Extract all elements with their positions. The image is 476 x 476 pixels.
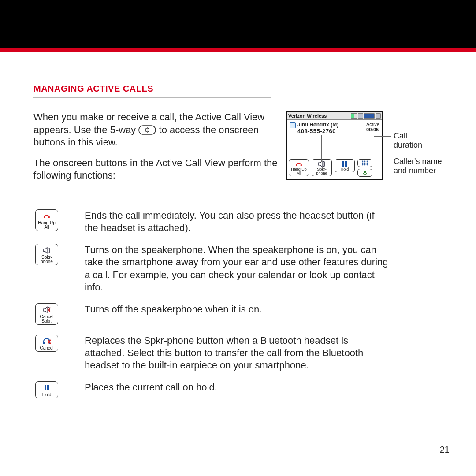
speaker-cancel-description: Turns off the speakerphone when it is on… <box>85 303 389 325</box>
caller-picture-icon <box>290 122 296 128</box>
shot-hold-button[interactable]: Hold <box>335 159 355 172</box>
svg-point-20 <box>367 164 368 166</box>
hangup-button[interactable]: Hang Up All <box>35 209 58 231</box>
hold-description: Places the current call on hold. <box>85 381 389 398</box>
svg-point-18 <box>362 164 364 166</box>
battery-icon <box>376 113 381 119</box>
signal-icon <box>351 113 357 119</box>
phone-hangup-icon <box>36 212 58 220</box>
section-heading: MANAGING ACTIVE CALLS <box>33 84 448 94</box>
dialpad-icon <box>361 160 368 166</box>
svg-rect-21 <box>364 171 366 173</box>
bluetooth-icon <box>358 113 363 119</box>
microphone-icon <box>362 170 368 175</box>
page-number: 21 <box>440 445 450 455</box>
svg-point-19 <box>364 164 366 166</box>
svg-point-24 <box>48 216 50 218</box>
shot-hold-label: Hold <box>341 167 349 171</box>
active-call-screenshot: Verizon Wireless Jimi Hendrix (M) 408-55… <box>286 111 383 180</box>
svg-point-8 <box>301 164 302 166</box>
headset-cancel-icon <box>36 337 58 345</box>
caller-number: 408-555-2760 <box>298 128 338 134</box>
speaker-cancel-icon <box>36 306 58 314</box>
svg-rect-9 <box>323 162 325 167</box>
callout-caller: Caller's name and number <box>394 157 451 175</box>
shot-hangup-button[interactable]: Hang Up All <box>289 159 309 176</box>
callout-duration: Call duration <box>394 131 422 149</box>
shot-hangup-label: Hang Up All <box>291 167 307 175</box>
caller-name: Jimi Hendrix (M) <box>298 122 338 128</box>
carrier-label: Verizon Wireless <box>288 113 350 119</box>
callout-line <box>321 162 391 162</box>
hold-button[interactable]: Hold <box>35 381 58 398</box>
phone-hangup-icon <box>289 161 309 167</box>
shot-mute-button[interactable] <box>357 169 372 177</box>
svg-point-2 <box>147 129 148 130</box>
shot-dialpad-button[interactable] <box>357 159 372 167</box>
headset-cancel-button[interactable]: Cancel <box>35 335 58 352</box>
five-way-nav-icon <box>138 125 156 135</box>
header-red-band <box>0 48 476 52</box>
intro-p2: The onscreen buttons in the Active Call … <box>33 157 278 182</box>
speaker-cancel-label: Cancel Spkr. <box>40 314 53 324</box>
svg-rect-29 <box>43 342 45 344</box>
intro-text: When you make or receive a call, the Act… <box>33 111 278 190</box>
shot-speaker-label: Spkr- phone <box>316 167 327 175</box>
status-strip-icon <box>364 113 375 119</box>
speaker-cancel-button[interactable]: Cancel Spkr. <box>35 303 58 325</box>
svg-point-7 <box>296 164 298 166</box>
call-status: Active <box>366 122 379 127</box>
function-list: Hang Up All Ends the call immediately. Y… <box>33 209 448 398</box>
svg-point-16 <box>364 163 366 164</box>
svg-point-23 <box>44 216 45 218</box>
svg-rect-34 <box>47 385 49 390</box>
callout-line <box>374 136 391 137</box>
hangup-label: Hang Up All <box>38 220 55 230</box>
svg-point-17 <box>367 163 368 164</box>
call-duration: 00:05 <box>366 127 379 132</box>
svg-rect-33 <box>45 385 46 390</box>
speaker-on-description: Turns on the speakerphone. When the spea… <box>85 244 389 294</box>
hold-icon <box>36 384 58 392</box>
speaker-on-icon <box>36 246 58 254</box>
header-black-band <box>0 0 476 48</box>
headset-cancel-description: Replaces the Spkr-phone button when a Bl… <box>85 335 389 372</box>
speaker-on-button[interactable]: Spkr- phone <box>35 244 58 265</box>
section-rule <box>33 97 271 98</box>
hangup-description: Ends the call immediately. You can also … <box>85 209 389 234</box>
callout-line <box>338 135 338 162</box>
headset-cancel-label: Cancel <box>40 346 53 350</box>
svg-point-15 <box>362 163 364 164</box>
callout-line <box>321 135 322 162</box>
hold-label: Hold <box>42 392 52 397</box>
speaker-on-label: Spkr- phone <box>41 255 53 264</box>
svg-rect-25 <box>48 248 50 253</box>
